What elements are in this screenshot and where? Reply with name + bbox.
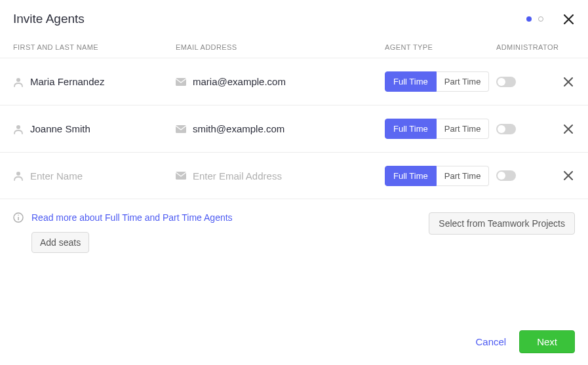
close-icon[interactable]	[562, 12, 575, 26]
part-time-button[interactable]: Part Time	[437, 166, 490, 186]
modal-title: Invite Agents	[13, 12, 526, 26]
full-time-button[interactable]: Full Time	[385, 71, 437, 92]
svg-point-2	[16, 125, 20, 129]
admin-toggle[interactable]	[496, 77, 516, 87]
name-input[interactable]	[30, 76, 176, 87]
svg-point-0	[16, 78, 20, 82]
part-time-button[interactable]: Part Time	[437, 71, 490, 92]
column-headers: First and Last Name Email Address Agent …	[0, 35, 588, 58]
mail-icon	[176, 172, 186, 180]
part-time-button[interactable]: Part Time	[437, 119, 490, 139]
modal-header: Invite Agents	[0, 0, 588, 35]
mail-icon	[176, 78, 186, 86]
agent-row: Full Time Part Time	[0, 105, 588, 152]
svg-rect-5	[176, 172, 186, 180]
person-icon	[13, 77, 24, 87]
remove-row-icon[interactable]	[562, 123, 575, 136]
full-time-button[interactable]: Full Time	[385, 119, 437, 139]
col-header-name: First and Last Name	[13, 43, 176, 51]
agent-type-toggle: Full Time Part Time	[385, 71, 489, 92]
col-header-email: Email Address	[176, 43, 385, 51]
agent-types-info-link[interactable]: Read more about Full Time and Part Time …	[31, 212, 233, 223]
email-input[interactable]	[193, 76, 385, 87]
invite-agents-modal: Invite Agents First and Last Name Email …	[0, 0, 588, 365]
info-icon	[13, 212, 24, 223]
col-header-type: Agent Type	[385, 43, 496, 51]
modal-footer: Cancel Next	[0, 318, 588, 365]
person-icon	[13, 170, 24, 181]
svg-point-4	[16, 172, 20, 176]
step-dot-1	[526, 16, 532, 22]
cancel-button[interactable]: Cancel	[475, 336, 506, 347]
agent-row: Full Time Part Time	[0, 58, 588, 105]
full-time-button[interactable]: Full Time	[385, 166, 437, 186]
email-input[interactable]	[193, 123, 385, 134]
person-icon	[13, 124, 24, 134]
info-bar: Read more about Full Time and Part Time …	[0, 199, 588, 259]
step-indicator	[526, 16, 543, 22]
remove-row-icon[interactable]	[562, 75, 575, 88]
agent-type-toggle: Full Time Part Time	[385, 166, 489, 186]
svg-point-8	[18, 214, 19, 216]
email-input[interactable]	[193, 170, 385, 182]
svg-rect-3	[176, 125, 186, 133]
admin-toggle[interactable]	[496, 124, 516, 134]
agent-type-toggle: Full Time Part Time	[385, 119, 489, 139]
col-header-admin: Administrator	[496, 43, 575, 51]
add-seats-button[interactable]: Add seats	[31, 232, 89, 253]
agent-rows: Full Time Part Time	[0, 58, 588, 199]
mail-icon	[176, 125, 186, 133]
name-input[interactable]	[30, 123, 176, 134]
step-dot-2	[538, 16, 543, 22]
svg-rect-1	[176, 78, 186, 86]
select-from-teamwork-button[interactable]: Select from Teamwork Projects	[429, 212, 575, 235]
remove-row-icon[interactable]	[562, 169, 575, 182]
next-button[interactable]: Next	[519, 330, 575, 353]
agent-row: Full Time Part Time	[0, 152, 588, 199]
name-input[interactable]	[30, 170, 176, 182]
admin-toggle[interactable]	[496, 170, 516, 181]
